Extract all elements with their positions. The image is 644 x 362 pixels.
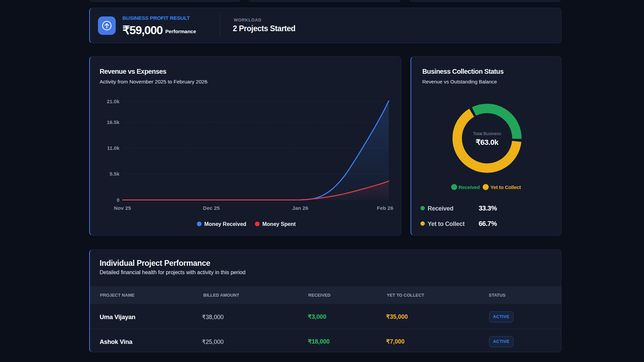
svg-text:Total Business: Total Business [473,131,501,136]
svg-text:Received: Received [428,205,453,212]
svg-text:Dec 25: Dec 25 [203,205,220,211]
svg-text:33.3%: 33.3% [479,204,497,212]
svg-text:Yet to Collect: Yet to Collect [490,184,521,190]
svg-text:Yet to Collect: Yet to Collect [428,221,465,227]
svg-text:Jan 26: Jan 26 [292,205,309,211]
svg-text:5.5k: 5.5k [110,171,120,177]
svg-text:₹63.0k: ₹63.0k [476,138,499,146]
svg-text:21.0k: 21.0k [107,99,119,104]
svg-text:Nov 25: Nov 25 [114,205,131,211]
svg-text:Money Received: Money Received [204,221,246,227]
svg-text:66.7%: 66.7% [479,220,497,227]
svg-text:Feb 26: Feb 26 [377,205,393,211]
svg-text:16.5k: 16.5k [107,119,119,125]
svg-text:11.0k: 11.0k [107,145,119,151]
svg-text:Money Spent: Money Spent [262,221,296,227]
svg-text:Received: Received [459,184,480,190]
svg-text:0: 0 [117,197,119,203]
